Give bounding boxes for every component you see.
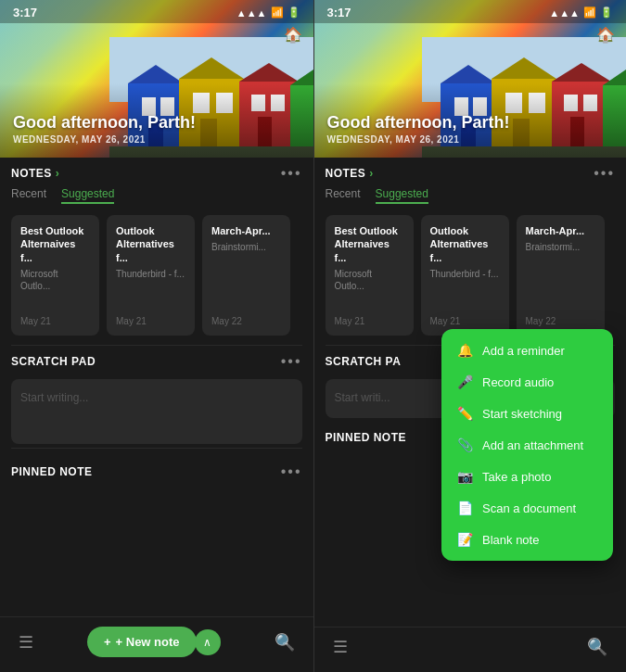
scratch-more-left[interactable]: ••• <box>281 353 302 370</box>
new-note-button-left[interactable]: + + New note <box>87 627 197 657</box>
tab-suggested-left[interactable]: Suggested <box>61 187 114 204</box>
note-title-3-right: March-Apr... <box>526 224 595 237</box>
menu-record-audio[interactable]: 🎤 Record audio <box>441 366 613 398</box>
notes-title-right: NOTES › <box>326 167 374 180</box>
note-date-1-left: May 21 <box>20 316 90 326</box>
note-date-3-left: May 22 <box>211 316 281 326</box>
notes-arrow-right[interactable]: › <box>369 167 374 180</box>
menu-blank-note[interactable]: 📝 Blank note <box>441 524 613 555</box>
menu-take-photo[interactable]: 📷 Take a photo <box>441 461 613 492</box>
bottom-bar-right: ☰ 🔍 <box>314 627 627 672</box>
notes-arrow-left[interactable]: › <box>56 167 60 180</box>
pinned-title-left: PINNED NOTE <box>11 465 93 478</box>
new-note-label-left: + New note <box>116 635 180 649</box>
note-card-2-left[interactable]: Outlook Alternatives f... Thunderbird - … <box>107 215 195 336</box>
notes-more-left[interactable]: ••• <box>281 165 302 182</box>
menu-start-sketching[interactable]: ✏️ Start sketching <box>441 398 613 429</box>
note-title-1-left: Best Outlook Alternaives f... <box>20 224 90 264</box>
note-title-3-left: March-Apr... <box>211 224 281 237</box>
hero-greeting-left: Good afternoon, Parth! <box>13 113 196 133</box>
pinned-header-left: PINNED NOTE ••• <box>11 456 302 484</box>
bottom-bar-left: ☰ + + New note ∧ 🔍 <box>0 616 313 672</box>
hero-date-right: WEDNESDAY, MAY 26, 2021 <box>327 134 510 145</box>
time-left: 3:17 <box>13 6 37 19</box>
note-title-1-right: Best Outlook Alternaives f... <box>335 224 404 264</box>
hero-left: Good afternoon, Parth! WEDNESDAY, MAY 26… <box>0 0 313 158</box>
menu-add-reminder[interactable]: 🔔 Add a reminder <box>441 335 613 366</box>
new-note-expand-left[interactable]: ∧ <box>195 629 221 655</box>
note-date-3-right: May 22 <box>526 316 595 326</box>
time-right: 3:17 <box>327 6 351 19</box>
menu-blank-note-label: Blank note <box>482 533 539 547</box>
status-icons-left: ▲▲▲ 📶 🔋 <box>236 6 300 19</box>
menu-add-attachment[interactable]: 📎 Add an attachment <box>441 429 613 461</box>
menu-scan-document[interactable]: 📄 Scan a document <box>441 492 613 524</box>
pinned-section-left: PINNED NOTE ••• <box>0 449 313 616</box>
scan-icon: 📄 <box>456 501 473 515</box>
note-icon: 📝 <box>456 532 473 547</box>
hero-greeting-right: Good afternoon, Parth! <box>327 113 510 133</box>
battery-icon: 🔋 <box>287 6 300 19</box>
hamburger-icon-right[interactable]: ☰ <box>333 637 348 657</box>
hero-text-left: Good afternoon, Parth! WEDNESDAY, MAY 26… <box>13 113 196 145</box>
notes-tabs-left: Recent Suggested <box>0 185 313 209</box>
note-preview-3-right: Brainstormi... <box>526 241 595 253</box>
left-panel: 3:17 ▲▲▲ 📶 🔋 <box>0 0 313 672</box>
scratch-section-left: SCRATCH PAD ••• Start writing... <box>0 346 313 448</box>
notes-header-left: NOTES › ••• <box>0 158 313 185</box>
note-card-2-right[interactable]: Outlook Alternatives f... Thunderbird - … <box>421 215 509 336</box>
note-preview-3-left: Brainstormi... <box>211 241 281 253</box>
note-date-2-left: May 21 <box>116 316 185 326</box>
menu-take-photo-label: Take a photo <box>482 470 551 484</box>
home-icon-left[interactable]: 🏠 <box>284 26 302 44</box>
scratch-placeholder-right: Start writi... <box>335 391 390 404</box>
note-card-3-right[interactable]: March-Apr... Brainstormi... May 22 <box>517 215 605 336</box>
menu-add-attachment-label: Add an attachment <box>482 438 583 452</box>
pinned-title-right: PINNED NOTE <box>326 431 407 444</box>
status-bar-right: 3:17 ▲▲▲ 📶 🔋 <box>314 0 627 23</box>
scratch-placeholder-left: Start writing... <box>20 391 88 404</box>
right-panel: 3:17 ▲▲▲ 📶 🔋 <box>313 0 627 672</box>
status-bar-left: 3:17 ▲▲▲ 📶 🔋 <box>0 0 313 23</box>
note-card-3-left[interactable]: March-Apr... Brainstormi... May 22 <box>202 215 290 336</box>
wifi-icon: 📶 <box>271 6 284 19</box>
tab-suggested-right[interactable]: Suggested <box>376 187 428 204</box>
note-preview-1-left: Microsoft Outlo... <box>20 268 90 292</box>
notes-cards-left: Best Outlook Alternaives f... Microsoft … <box>0 209 313 345</box>
scratch-title-left: SCRATCH PAD <box>11 355 96 368</box>
pinned-more-left[interactable]: ••• <box>281 463 302 480</box>
notes-more-right[interactable]: ••• <box>594 165 615 182</box>
signal-icon-right: ▲▲▲ <box>549 7 580 19</box>
home-icon-right[interactable]: 🏠 <box>596 26 615 44</box>
sketch-icon: ✏️ <box>456 406 473 421</box>
note-preview-1-right: Microsoft Outlo... <box>335 268 404 292</box>
note-title-2-right: Outlook Alternatives f... <box>430 224 500 264</box>
new-note-container-left: + + New note ∧ <box>87 627 221 657</box>
menu-start-sketching-label: Start sketching <box>482 407 562 421</box>
tab-recent-right[interactable]: Recent <box>326 187 361 204</box>
microphone-icon: 🎤 <box>456 374 473 389</box>
notes-header-right: NOTES › ••• <box>314 158 627 185</box>
menu-scan-document-label: Scan a document <box>482 501 576 515</box>
scratch-header-left: SCRATCH PAD ••• <box>11 353 302 374</box>
note-title-2-left: Outlook Alternatives f... <box>116 224 185 264</box>
note-card-1-right[interactable]: Best Outlook Alternaives f... Microsoft … <box>326 215 414 336</box>
context-menu: 🔔 Add a reminder 🎤 Record audio ✏️ Start… <box>441 329 613 561</box>
hamburger-icon-left[interactable]: ☰ <box>19 632 33 653</box>
notes-cards-right: Best Outlook Alternaives f... Microsoft … <box>314 209 627 345</box>
search-icon-left[interactable]: 🔍 <box>275 632 295 653</box>
search-icon-right[interactable]: 🔍 <box>587 637 607 657</box>
note-card-1-left[interactable]: Best Outlook Alternaives f... Microsoft … <box>11 215 99 336</box>
tab-recent-left[interactable]: Recent <box>11 187 46 204</box>
notes-title-left: NOTES › <box>11 167 59 180</box>
signal-icon: ▲▲▲ <box>236 7 267 19</box>
hero-date-left: WEDNESDAY, MAY 26, 2021 <box>13 134 196 145</box>
attachment-icon: 📎 <box>456 437 473 452</box>
plus-icon-left: + <box>104 635 111 649</box>
note-date-2-right: May 21 <box>430 316 500 326</box>
menu-record-audio-label: Record audio <box>482 375 554 389</box>
menu-add-reminder-label: Add a reminder <box>482 344 565 358</box>
battery-icon-right: 🔋 <box>600 6 613 19</box>
notes-tabs-right: Recent Suggested <box>314 185 627 209</box>
scratch-textarea-left[interactable]: Start writing... <box>11 379 302 444</box>
